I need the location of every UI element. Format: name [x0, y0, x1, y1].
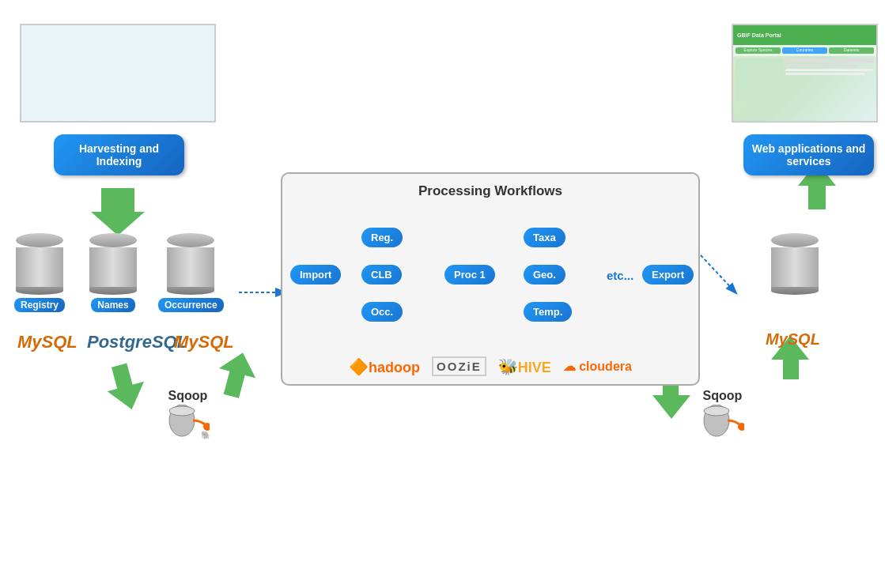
mysql-logo-left: MySQL: [17, 332, 78, 352]
tech-logos: 🔶hadoop OOZiE 🐝HIVE ☁ cloudera: [282, 356, 698, 376]
sqoop-right-icon: [701, 405, 744, 447]
sqoop-left: Sqoop 🐘: [166, 389, 210, 447]
db-registry-top: [16, 233, 63, 247]
harvest-to-db-arrow: [91, 188, 145, 236]
wf-import: Import: [290, 265, 341, 285]
oozie-logo: OOZiE: [432, 356, 486, 376]
svg-text:🐘: 🐘: [201, 430, 210, 440]
sqoop-to-process-arrow: [213, 348, 261, 401]
db-registry-body: [16, 247, 63, 287]
db-right-body: [771, 247, 819, 287]
occurrence-label: Occurrence: [158, 298, 224, 312]
wf-reg: Reg.: [361, 228, 403, 247]
db-occurrence-bottom: [167, 287, 214, 295]
webapp-label: Web applications andservices: [752, 142, 866, 168]
wf-taxa: Taxa: [524, 228, 565, 247]
db-occurrence-body: [167, 247, 214, 287]
db-names-body: [89, 247, 137, 287]
processing-title: Processing Workflows: [282, 183, 698, 199]
world-map-inner: [21, 25, 214, 121]
world-map-image: [20, 24, 216, 122]
mysql-text-left: MySQL: [17, 332, 78, 352]
db-names-bottom: [89, 287, 137, 295]
mysql-logo-right: MySQL: [174, 332, 234, 352]
wf-occ: Occ.: [361, 302, 403, 322]
sqoop-left-icon: 🐘: [166, 405, 210, 447]
postgresql-logo: PostgreSQL: [87, 332, 187, 352]
mysql-logo-webapp: MySQL: [766, 330, 820, 349]
sqoop-right: Sqoop: [701, 389, 744, 447]
svg-point-36: [704, 406, 729, 416]
workflow-area: Import Reg. CLB Occ. Proc 1 Taxa Geo. Te…: [282, 205, 698, 364]
mysql-text-right: MySQL: [174, 332, 234, 352]
registry-label: Registry: [14, 298, 65, 312]
registry-database: Registry: [14, 233, 65, 312]
processing-workflows-box: Processing Workflows Import Reg. CLB Occ…: [281, 172, 700, 386]
names-database: Names: [89, 233, 137, 312]
wf-export: Export: [642, 265, 694, 285]
webapp-database: [771, 233, 819, 295]
harvest-indexing-box: Harvesting andIndexing: [54, 134, 184, 175]
postgresql-text: PostgreSQL: [87, 332, 187, 352]
sqoop-left-label: Sqoop: [166, 389, 210, 403]
webapp-screenshot: GBIF Data Portal Explore Species Countri…: [732, 24, 878, 122]
svg-line-30: [701, 255, 736, 292]
db-right-bottom: [771, 287, 819, 295]
db-right-top: [771, 233, 819, 247]
hadoop-logo: 🔶hadoop: [349, 357, 420, 376]
names-label: Names: [91, 298, 134, 312]
db-registry-bottom: [16, 287, 63, 295]
wf-geo: Geo.: [524, 265, 565, 285]
hive-logo: 🐝HIVE: [498, 357, 551, 376]
wf-proc1: Proc 1: [444, 265, 495, 285]
webapp-services-box: Web applications andservices: [743, 134, 874, 175]
wf-clb: CLB: [361, 265, 402, 285]
harvest-label: Harvesting andIndexing: [79, 142, 159, 168]
webapp-screenshot-inner: GBIF Data Portal Explore Species Countri…: [733, 25, 876, 121]
cloudera-logo: ☁ cloudera: [563, 359, 632, 374]
wf-etc: etc...: [607, 269, 633, 282]
sqoop-right-label: Sqoop: [701, 389, 744, 403]
db-occurrence-top: [167, 233, 214, 247]
wf-temp: Temp.: [524, 302, 572, 322]
occurrence-database: Occurrence: [158, 233, 224, 312]
svg-point-32: [169, 406, 195, 416]
db-names-top: [89, 233, 137, 247]
mysql-webapp-text: MySQL: [766, 330, 820, 348]
diagram-container: Harvesting andIndexing Registry Names Oc…: [0, 0, 885, 588]
db-to-sqoop-left-arrow: [101, 360, 149, 414]
